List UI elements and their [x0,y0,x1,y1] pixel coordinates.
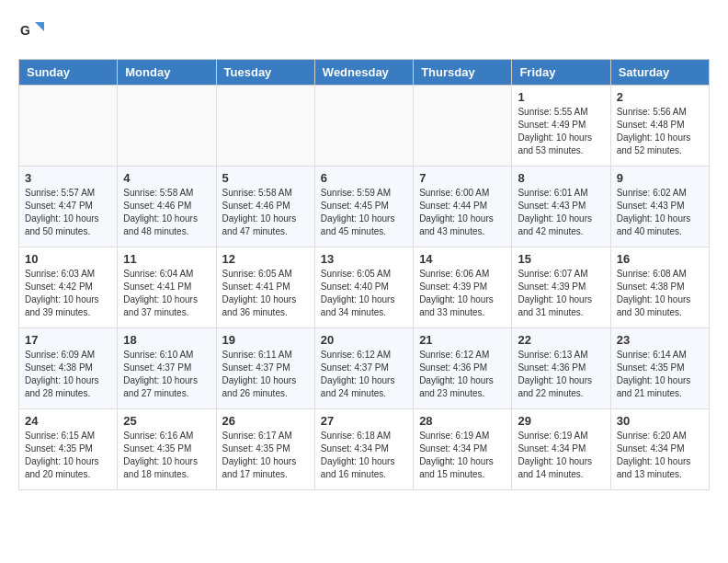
day-info: Sunrise: 6:16 AM Sunset: 4:35 PM Dayligh… [123,430,210,481]
day-info: Sunrise: 6:12 AM Sunset: 4:37 PM Dayligh… [321,349,407,400]
day-header-sunday: Sunday [19,60,118,86]
day-info: Sunrise: 6:08 AM Sunset: 4:38 PM Dayligh… [617,268,703,319]
day-number: 22 [518,333,604,347]
day-number: 29 [518,414,604,428]
day-info: Sunrise: 6:05 AM Sunset: 4:41 PM Dayligh… [222,268,309,319]
calendar-cell: 21Sunrise: 6:12 AM Sunset: 4:36 PM Dayli… [414,328,512,409]
day-number: 3 [25,171,111,185]
day-number: 4 [123,171,210,185]
day-info: Sunrise: 6:01 AM Sunset: 4:43 PM Dayligh… [518,187,604,238]
day-info: Sunrise: 6:11 AM Sunset: 4:37 PM Dayligh… [222,349,309,400]
day-number: 23 [617,333,703,347]
day-number: 13 [321,252,407,266]
day-number: 1 [518,90,604,104]
day-info: Sunrise: 5:55 AM Sunset: 4:49 PM Dayligh… [518,106,604,157]
calendar-cell: 12Sunrise: 6:05 AM Sunset: 4:41 PM Dayli… [216,247,314,328]
page-header: G [18,18,710,44]
day-info: Sunrise: 6:00 AM Sunset: 4:44 PM Dayligh… [419,187,506,238]
day-info: Sunrise: 6:06 AM Sunset: 4:39 PM Dayligh… [419,268,506,319]
svg-text:G: G [20,23,30,38]
calendar-cell: 23Sunrise: 6:14 AM Sunset: 4:35 PM Dayli… [610,328,709,409]
calendar-cell: 2Sunrise: 5:56 AM Sunset: 4:48 PM Daylig… [610,86,709,167]
day-info: Sunrise: 6:18 AM Sunset: 4:34 PM Dayligh… [321,430,407,481]
week-row-2: 3Sunrise: 5:57 AM Sunset: 4:47 PM Daylig… [19,167,710,247]
calendar-cell: 5Sunrise: 5:58 AM Sunset: 4:46 PM Daylig… [216,167,314,247]
day-header-friday: Friday [512,60,610,86]
day-number: 17 [25,333,111,347]
calendar-cell [118,86,216,167]
day-info: Sunrise: 5:58 AM Sunset: 4:46 PM Dayligh… [222,187,309,238]
day-number: 26 [222,414,309,428]
calendar-cell: 18Sunrise: 6:10 AM Sunset: 4:37 PM Dayli… [118,328,216,409]
day-number: 18 [123,333,210,347]
day-number: 16 [617,252,703,266]
calendar-cell: 4Sunrise: 5:58 AM Sunset: 4:46 PM Daylig… [118,167,216,247]
calendar-cell: 28Sunrise: 6:19 AM Sunset: 4:34 PM Dayli… [414,409,512,490]
day-header-thursday: Thursday [414,60,512,86]
calendar-cell: 27Sunrise: 6:18 AM Sunset: 4:34 PM Dayli… [314,409,413,490]
day-info: Sunrise: 6:14 AM Sunset: 4:35 PM Dayligh… [617,349,703,400]
day-info: Sunrise: 6:20 AM Sunset: 4:34 PM Dayligh… [617,430,703,481]
calendar-cell: 8Sunrise: 6:01 AM Sunset: 4:43 PM Daylig… [512,167,610,247]
day-info: Sunrise: 6:04 AM Sunset: 4:41 PM Dayligh… [123,268,210,319]
calendar-cell: 24Sunrise: 6:15 AM Sunset: 4:35 PM Dayli… [19,409,118,490]
calendar-header-row: SundayMondayTuesdayWednesdayThursdayFrid… [19,60,710,86]
calendar-cell: 19Sunrise: 6:11 AM Sunset: 4:37 PM Dayli… [216,328,314,409]
day-info: Sunrise: 6:19 AM Sunset: 4:34 PM Dayligh… [419,430,506,481]
day-number: 14 [419,252,506,266]
day-number: 11 [123,252,210,266]
day-info: Sunrise: 6:05 AM Sunset: 4:40 PM Dayligh… [321,268,407,319]
day-info: Sunrise: 6:07 AM Sunset: 4:39 PM Dayligh… [518,268,604,319]
day-number: 24 [25,414,111,428]
day-info: Sunrise: 6:09 AM Sunset: 4:38 PM Dayligh… [25,349,111,400]
day-info: Sunrise: 5:59 AM Sunset: 4:45 PM Dayligh… [321,187,407,238]
logo-icon: G [18,18,44,44]
day-info: Sunrise: 6:15 AM Sunset: 4:35 PM Dayligh… [25,430,111,481]
day-number: 19 [222,333,309,347]
calendar-cell [216,86,314,167]
week-row-5: 24Sunrise: 6:15 AM Sunset: 4:35 PM Dayli… [19,409,710,490]
calendar-cell: 26Sunrise: 6:17 AM Sunset: 4:35 PM Dayli… [216,409,314,490]
calendar-cell: 14Sunrise: 6:06 AM Sunset: 4:39 PM Dayli… [414,247,512,328]
day-number: 5 [222,171,309,185]
calendar-cell: 6Sunrise: 5:59 AM Sunset: 4:45 PM Daylig… [314,167,413,247]
day-number: 12 [222,252,309,266]
calendar-cell: 9Sunrise: 6:02 AM Sunset: 4:43 PM Daylig… [610,167,709,247]
calendar-cell: 30Sunrise: 6:20 AM Sunset: 4:34 PM Dayli… [610,409,709,490]
day-info: Sunrise: 6:19 AM Sunset: 4:34 PM Dayligh… [518,430,604,481]
calendar-cell: 3Sunrise: 5:57 AM Sunset: 4:47 PM Daylig… [19,167,118,247]
day-number: 20 [321,333,407,347]
day-header-saturday: Saturday [610,60,709,86]
week-row-1: 1Sunrise: 5:55 AM Sunset: 4:49 PM Daylig… [19,86,710,167]
day-header-tuesday: Tuesday [216,60,314,86]
calendar-cell: 29Sunrise: 6:19 AM Sunset: 4:34 PM Dayli… [512,409,610,490]
calendar-cell: 20Sunrise: 6:12 AM Sunset: 4:37 PM Dayli… [314,328,413,409]
day-info: Sunrise: 6:12 AM Sunset: 4:36 PM Dayligh… [419,349,506,400]
calendar-cell: 1Sunrise: 5:55 AM Sunset: 4:49 PM Daylig… [512,86,610,167]
day-number: 25 [123,414,210,428]
logo: G [18,18,48,44]
day-number: 30 [617,414,703,428]
day-info: Sunrise: 6:10 AM Sunset: 4:37 PM Dayligh… [123,349,210,400]
day-number: 6 [321,171,407,185]
day-number: 8 [518,171,604,185]
day-number: 2 [617,90,703,104]
calendar-table: SundayMondayTuesdayWednesdayThursdayFrid… [18,59,710,490]
calendar-cell: 13Sunrise: 6:05 AM Sunset: 4:40 PM Dayli… [314,247,413,328]
day-number: 27 [321,414,407,428]
calendar-cell [314,86,413,167]
calendar-cell: 17Sunrise: 6:09 AM Sunset: 4:38 PM Dayli… [19,328,118,409]
calendar-cell: 22Sunrise: 6:13 AM Sunset: 4:36 PM Dayli… [512,328,610,409]
calendar-cell: 7Sunrise: 6:00 AM Sunset: 4:44 PM Daylig… [414,167,512,247]
week-row-4: 17Sunrise: 6:09 AM Sunset: 4:38 PM Dayli… [19,328,710,409]
day-info: Sunrise: 5:58 AM Sunset: 4:46 PM Dayligh… [123,187,210,238]
calendar-cell: 15Sunrise: 6:07 AM Sunset: 4:39 PM Dayli… [512,247,610,328]
week-row-3: 10Sunrise: 6:03 AM Sunset: 4:42 PM Dayli… [19,247,710,328]
day-number: 9 [617,171,703,185]
calendar-cell [19,86,118,167]
day-info: Sunrise: 6:03 AM Sunset: 4:42 PM Dayligh… [25,268,111,319]
day-number: 28 [419,414,506,428]
day-number: 21 [419,333,506,347]
calendar-cell: 11Sunrise: 6:04 AM Sunset: 4:41 PM Dayli… [118,247,216,328]
day-info: Sunrise: 5:56 AM Sunset: 4:48 PM Dayligh… [617,106,703,157]
